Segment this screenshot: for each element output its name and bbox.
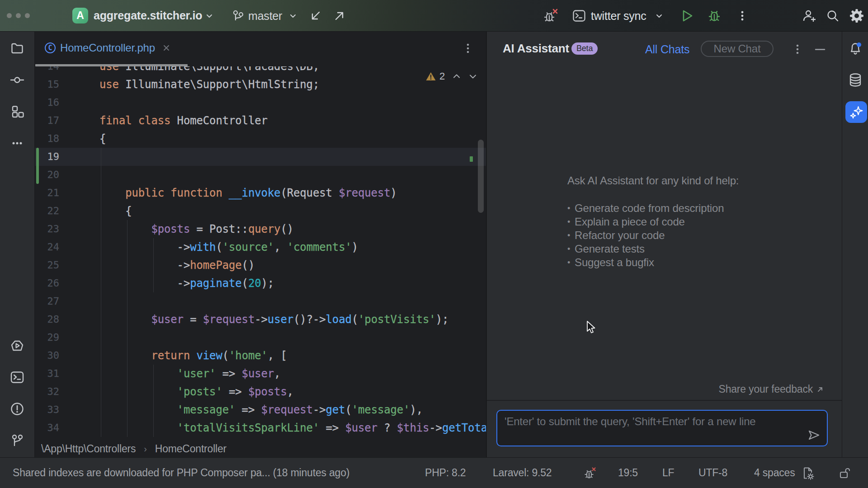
push-commits-icon[interactable] <box>333 0 346 32</box>
code-text: 'posts' => $posts, <box>99 383 293 401</box>
code-viewport[interactable]: 14use Illuminate\Support\Facades\DB;15us… <box>35 66 486 441</box>
close-window-button[interactable] <box>7 13 12 18</box>
mute-breakpoints-icon[interactable] <box>542 0 559 32</box>
code-text: { <box>99 202 132 220</box>
notifications-button[interactable] <box>842 36 868 61</box>
line-number: 24 <box>35 238 59 256</box>
debug-button[interactable] <box>707 0 722 32</box>
code-line-26[interactable]: 26 ->paginate(20); <box>35 274 486 292</box>
settings-gear-icon[interactable] <box>849 0 864 32</box>
prev-highlight-icon[interactable] <box>452 72 461 81</box>
status-message[interactable]: Shared indexes are downloaded for PHP Co… <box>13 467 349 479</box>
branch-name[interactable]: master <box>248 0 282 32</box>
code-line-27[interactable]: 27 <box>35 292 486 310</box>
line-number: 21 <box>35 184 59 202</box>
encoding-widget[interactable]: UTF-8 <box>698 467 727 479</box>
tab-close-icon[interactable] <box>162 43 171 52</box>
line-number: 29 <box>35 328 59 347</box>
warning-icon <box>426 72 436 81</box>
code-line-31[interactable]: 31 'user' => $user, <box>35 365 486 383</box>
run-config-name[interactable]: twitter sync <box>591 0 646 32</box>
branch-chevron-icon[interactable] <box>288 0 298 32</box>
terminal-tool-button[interactable] <box>0 365 34 390</box>
minimize-window-button[interactable] <box>16 13 21 18</box>
project-icon-letter: A <box>76 9 84 22</box>
inspections-widget[interactable]: 2 <box>426 67 477 86</box>
structure-tool-button[interactable] <box>0 99 34 124</box>
zoom-window-button[interactable] <box>25 13 30 18</box>
run-config-terminal-icon[interactable] <box>572 0 586 32</box>
breadcrumb-class[interactable]: HomeController <box>155 443 226 455</box>
beta-badge: Beta <box>571 42 598 55</box>
project-icon[interactable]: A <box>72 8 88 23</box>
run-button[interactable] <box>680 0 694 32</box>
problems-tool-button[interactable] <box>0 396 34 422</box>
laravel-version-widget[interactable]: Laravel: 9.52 <box>493 467 552 479</box>
ai-options-icon[interactable] <box>793 42 802 56</box>
code-line-29[interactable]: 29 <box>35 328 486 347</box>
php-version-widget[interactable]: PHP: 8.2 <box>425 467 466 479</box>
indent-widget[interactable]: 4 spaces <box>754 467 795 479</box>
line-number: 15 <box>35 75 59 94</box>
new-chat-button[interactable]: New Chat <box>701 41 774 57</box>
code-line-24[interactable]: 24 ->with('source', 'comments') <box>35 238 486 256</box>
code-line-25[interactable]: 25 ->homePage() <box>35 256 486 274</box>
code-with-me-icon[interactable] <box>801 0 817 32</box>
code-line-28[interactable]: 28 $user = $request->user()?->load('post… <box>35 310 486 328</box>
database-button[interactable] <box>842 67 868 93</box>
ai-assistant-button[interactable] <box>845 101 867 123</box>
ai-capabilities-list: Generate code from descriptionExplain a … <box>567 202 784 269</box>
code-text: use Illuminate\Support\Facades\DB; <box>99 66 319 75</box>
code-line-17[interactable]: 17final class HomeController <box>35 112 486 130</box>
editor-area: C HomeController.php 14use Illuminate\Su… <box>35 32 486 457</box>
tab-homecontroller[interactable]: C HomeController.php <box>35 32 188 64</box>
project-name[interactable]: aggregate.stitcher.io <box>94 9 202 22</box>
code-line-21[interactable]: 21 public function __invoke(Request $req… <box>35 184 486 202</box>
project-chevron-icon[interactable] <box>204 0 214 32</box>
code-text: { <box>99 130 106 148</box>
ai-capability-item: Generate code from description <box>567 202 784 215</box>
code-line-23[interactable]: 23 $posts = Post::query() <box>35 220 486 238</box>
send-query-button[interactable] <box>807 428 821 442</box>
next-highlight-icon[interactable] <box>468 72 477 81</box>
ai-query-input[interactable]: 'Enter' to submit the query, 'Shift+Ente… <box>496 410 828 446</box>
more-tool-windows-button[interactable] <box>0 131 34 156</box>
tab-options-icon[interactable] <box>463 42 472 55</box>
hide-panel-icon[interactable] <box>813 42 827 56</box>
line-number: 14 <box>35 66 59 75</box>
caret-position-widget[interactable]: 19:5 <box>618 467 638 479</box>
status-mute-breakpoints-icon[interactable] <box>583 466 597 480</box>
commit-tool-button[interactable] <box>0 67 34 93</box>
code-line-34[interactable]: 34 'totalVisitsSparkLine' => $user ? $th… <box>35 419 486 437</box>
code-line-14[interactable]: 14use Illuminate\Support\Facades\DB; <box>35 66 486 75</box>
line-number: 31 <box>35 365 59 383</box>
indent-config-icon[interactable] <box>801 466 815 480</box>
code-text: ->homePage() <box>99 256 255 274</box>
code-line-30[interactable]: 30 return view('home', [ <box>35 347 486 365</box>
ai-panel-header: AI Assistant Beta All Chats New Chat <box>487 32 842 66</box>
status-bar: Shared indexes are downloaded for PHP Co… <box>0 457 868 488</box>
right-tool-stripe <box>842 32 868 457</box>
code-line-15[interactable]: 15use Illuminate\Support\HtmlString; <box>35 75 486 94</box>
titlebar-more-icon[interactable] <box>738 0 747 32</box>
version-control-tool-button[interactable] <box>0 428 34 453</box>
code-line-22[interactable]: 22 { <box>35 202 486 220</box>
update-project-icon[interactable] <box>309 0 322 32</box>
write-access-lock-icon[interactable] <box>838 466 852 480</box>
search-everywhere-icon[interactable] <box>826 0 840 32</box>
breadcrumb-path[interactable]: \App\Http\Controllers <box>41 443 136 455</box>
code-line-32[interactable]: 32 'posts' => $posts, <box>35 383 486 401</box>
code-line-19[interactable]: 19 <box>35 148 486 166</box>
code-line-33[interactable]: 33 'message' => $request->get('message')… <box>35 401 486 419</box>
share-feedback-link[interactable]: Share your feedback <box>719 383 824 395</box>
services-tool-button[interactable] <box>0 333 34 358</box>
run-config-chevron-icon[interactable] <box>654 0 664 32</box>
all-chats-link[interactable]: All Chats <box>645 43 689 56</box>
code-line-18[interactable]: 18{ <box>35 130 486 148</box>
project-tool-button[interactable] <box>0 36 34 61</box>
code-line-20[interactable]: 20 <box>35 166 486 184</box>
editor-vertical-scrollbar[interactable] <box>478 140 484 213</box>
line-separator-widget[interactable]: LF <box>662 467 674 479</box>
code-text: $posts = Post::query() <box>99 220 293 238</box>
code-line-16[interactable]: 16 <box>35 94 486 112</box>
